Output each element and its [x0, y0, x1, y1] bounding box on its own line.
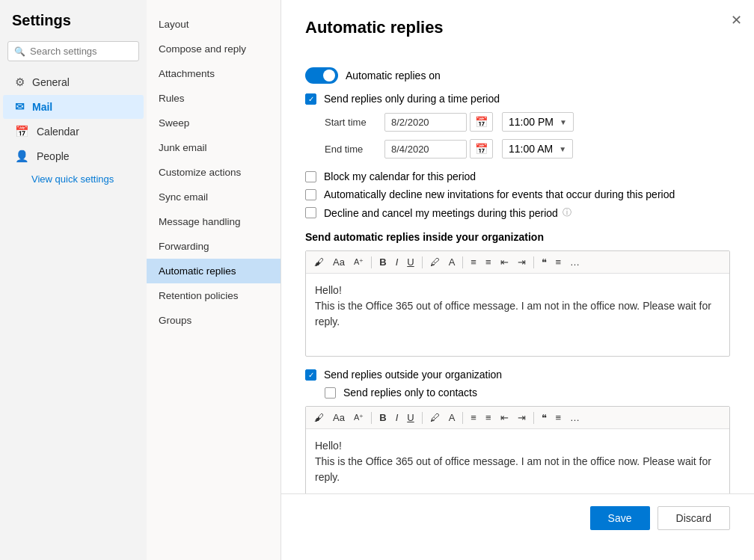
tb2-bold-btn[interactable]: B [376, 410, 390, 425]
middle-nav: Layout Compose and reply Attachments Rul… [147, 0, 281, 560]
tb-list-btn[interactable]: ≡ [482, 254, 495, 270]
tb2-more-btn[interactable]: … [566, 410, 583, 425]
nav-junk[interactable]: Junk email [147, 135, 281, 160]
decline-cancel-label: Decline and cancel my meetings during th… [324, 207, 558, 219]
sidebar-item-label: Calendar [37, 126, 79, 138]
mail-icon: ✉ [15, 100, 25, 114]
sidebar: Settings 🔍 ⚙ General ✉ Mail 📅 Calendar 👤… [0, 0, 147, 560]
nav-layout[interactable]: Layout [147, 12, 281, 37]
tb2-indent-less-btn[interactable]: ⇤ [497, 410, 512, 425]
tb2-indent-more-btn[interactable]: ⇥ [514, 410, 530, 425]
people-icon: 👤 [15, 150, 29, 163]
tb2-sep-1 [371, 412, 372, 424]
nav-forwarding[interactable]: Forwarding [147, 234, 281, 259]
inside-org-text: Hello!This is the Office 365 out of offi… [315, 283, 720, 330]
tb-italic-btn[interactable]: I [392, 254, 402, 270]
sidebar-item-general[interactable]: ⚙ General [3, 70, 144, 94]
end-calendar-button[interactable]: 📅 [470, 139, 493, 159]
send-during-period-label: Send replies only during a time period [324, 93, 500, 105]
sidebar-item-label: People [37, 150, 70, 162]
search-box[interactable]: 🔍 [7, 41, 139, 61]
end-time-select[interactable]: 11:00 AM ▼ [502, 139, 573, 159]
nav-compose[interactable]: Compose and reply [147, 37, 281, 61]
nav-customize[interactable]: Customize actions [147, 160, 281, 185]
tb2-format-btn[interactable]: 🖌 [310, 410, 328, 425]
tb-underline-btn[interactable]: U [403, 254, 417, 270]
tb-bold-btn[interactable]: B [376, 254, 390, 270]
tb-format-btn[interactable]: 🖌 [310, 254, 328, 270]
sidebar-item-mail[interactable]: ✉ Mail [3, 95, 144, 119]
tb-rtl-btn[interactable]: ≡ [552, 254, 566, 270]
tb-highlight-btn[interactable]: 🖊 [426, 254, 444, 270]
nav-auto-replies[interactable]: Automatic replies [147, 259, 281, 283]
start-date-input[interactable] [384, 113, 467, 132]
nav-retention[interactable]: Retention policies [147, 283, 281, 308]
discard-button[interactable]: Discard [658, 506, 730, 530]
tb-indent-less-btn[interactable]: ⇤ [497, 254, 512, 270]
tb2-align-btn[interactable]: ≡ [467, 410, 480, 425]
tb-font-size-btn[interactable]: Aa [329, 254, 349, 270]
tb2-sep-2 [422, 412, 423, 424]
tb-font-color-btn[interactable]: A [445, 254, 459, 270]
tb2-highlight-btn[interactable]: 🖊 [426, 410, 444, 425]
tb2-font-grow-btn[interactable]: A⁺ [350, 410, 367, 425]
nav-message[interactable]: Message handling [147, 209, 281, 234]
tb-sep-4 [533, 256, 534, 268]
contacts-only-checkbox[interactable] [325, 387, 336, 399]
nav-groups[interactable]: Groups [147, 308, 281, 333]
info-icon: ⓘ [563, 206, 571, 219]
start-time-select[interactable]: 11:00 PM ▼ [502, 112, 574, 132]
sidebar-item-people[interactable]: 👤 People [3, 144, 144, 168]
save-button[interactable]: Save [590, 506, 650, 530]
tb2-list-btn[interactable]: ≡ [482, 410, 495, 425]
sidebar-item-label: General [32, 76, 70, 88]
decline-invitations-row: Automatically decline new invitations fo… [305, 188, 730, 200]
inside-org-toolbar: 🖌 Aa A⁺ B I U 🖊 A ≡ ≡ ⇤ ⇥ ❝ ≡ … [306, 251, 729, 274]
send-during-period-checkbox[interactable] [305, 93, 316, 105]
auto-replies-toggle[interactable] [305, 67, 338, 84]
tb2-rtl-btn[interactable]: ≡ [552, 410, 566, 425]
nav-sweep[interactable]: Sweep [147, 111, 281, 135]
tb-quote-btn[interactable]: ❝ [538, 254, 551, 270]
block-calendar-checkbox[interactable] [305, 171, 316, 182]
tb2-underline-btn[interactable]: U [403, 410, 417, 425]
inside-org-editor-body[interactable]: Hello!This is the Office 365 out of offi… [306, 274, 729, 356]
outside-org-checkbox[interactable] [305, 369, 316, 381]
view-quick-settings-link[interactable]: View quick settings [0, 169, 147, 189]
tb2-font-size-btn[interactable]: Aa [329, 410, 349, 425]
tb-align-btn[interactable]: ≡ [467, 254, 480, 270]
sidebar-item-calendar[interactable]: 📅 Calendar [3, 120, 144, 144]
outside-org-row: Send replies outside your organization [305, 369, 730, 381]
search-input[interactable] [30, 46, 132, 57]
contacts-only-label: Send replies only to contacts [343, 387, 477, 399]
tb2-sep-4 [533, 412, 534, 424]
tb-more-btn[interactable]: … [566, 254, 583, 270]
close-button[interactable]: ✕ [731, 12, 742, 28]
nav-rules[interactable]: Rules [147, 86, 281, 111]
page-title: Automatic replies [305, 18, 444, 37]
calendar-nav-icon: 📅 [15, 125, 29, 138]
tb2-italic-btn[interactable]: I [392, 410, 402, 425]
settings-title: Settings [0, 12, 147, 41]
bottom-actions: Save Discard [281, 493, 754, 542]
decline-invitations-checkbox[interactable] [305, 189, 316, 200]
nav-sync[interactable]: Sync email [147, 185, 281, 209]
tb-sep-1 [371, 256, 372, 268]
nav-attachments[interactable]: Attachments [147, 61, 281, 86]
end-time-caret: ▼ [559, 145, 566, 153]
end-time-label: End time [325, 144, 384, 155]
decline-cancel-checkbox[interactable] [305, 207, 316, 218]
tb2-font-color-btn[interactable]: A [445, 410, 459, 425]
tb-indent-more-btn[interactable]: ⇥ [514, 254, 530, 270]
tb-sep-3 [462, 256, 463, 268]
tb2-quote-btn[interactable]: ❝ [538, 410, 551, 425]
sidebar-item-label: Mail [32, 101, 52, 113]
end-date-input[interactable] [384, 140, 467, 159]
outside-org-label: Send replies outside your organization [324, 369, 502, 381]
toggle-label: Automatic replies on [346, 70, 441, 81]
auto-replies-toggle-row: Automatic replies on [305, 67, 730, 84]
contacts-only-row: Send replies only to contacts [325, 387, 730, 399]
start-calendar-button[interactable]: 📅 [470, 112, 493, 132]
tb2-sep-3 [462, 412, 463, 424]
tb-font-grow-btn[interactable]: A⁺ [350, 255, 367, 269]
